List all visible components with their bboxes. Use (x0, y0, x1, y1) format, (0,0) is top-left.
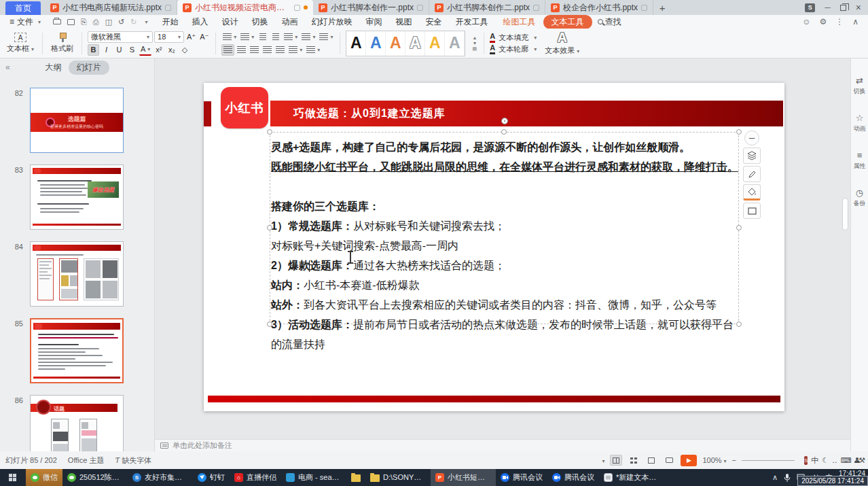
save-icon[interactable] (67, 19, 75, 25)
superscript-button[interactable]: x² (153, 44, 164, 56)
align-left-button[interactable] (221, 44, 234, 56)
find-button[interactable]: 查找 (598, 16, 621, 28)
notes-toggle-button[interactable]: ▾ (600, 456, 604, 464)
ime-language-toggle[interactable]: 中 (811, 455, 818, 466)
new-tab-button[interactable]: + (653, 0, 671, 15)
resize-handle-se[interactable] (736, 322, 742, 327)
ribbon-tab-设计[interactable]: 设计 (216, 15, 245, 29)
ribbon-tab-动画[interactable]: 动画 (276, 15, 304, 29)
bold-button[interactable]: B (88, 44, 99, 56)
taskbar-item-小红书短视频运...[interactable]: P小红书短视频运... (431, 469, 496, 486)
resize-handle-nw[interactable] (267, 129, 272, 135)
taskbar-item-钉钉[interactable]: 钉钉 (193, 469, 230, 486)
open-icon[interactable] (53, 19, 61, 24)
tab-outline[interactable]: 大纲 (46, 62, 62, 73)
start-button[interactable] (0, 469, 26, 486)
ime-account-icon[interactable] (854, 457, 855, 463)
taskbar-item-D:\SONY素材[interactable]: D:\SONY素材 (365, 469, 431, 486)
tab-pin-icon[interactable] (417, 5, 423, 11)
justify-button[interactable] (261, 44, 273, 56)
line-spacing-button[interactable]: ▾ (287, 44, 304, 56)
slide-thumbnail-82[interactable]: 82 选题篇 获得更多精准流量的核心密码 (0, 88, 154, 153)
ime-punct-icon[interactable]: ‥ (832, 456, 837, 465)
preview-icon[interactable]: ◫ (105, 18, 112, 26)
slide-body-text[interactable]: 灵感+选题库，构建了自己的专属后花园，是源源不断的创作源头，让创作如丝般顺滑。既… (271, 137, 746, 354)
font-name-select[interactable]: 微软雅黑▾ (88, 31, 153, 43)
increase-indent-button[interactable] (270, 31, 281, 43)
collapse-tools-button[interactable]: ─ (744, 131, 759, 145)
ribbon-tab-幻灯片放映[interactable]: 幻灯片放映 (306, 15, 359, 29)
undo-icon[interactable]: ↺ (118, 18, 124, 26)
slideshow-play-button[interactable]: ▶ (681, 455, 697, 466)
document-tab-2[interactable]: P小红书脚本创作一.pptx (313, 0, 429, 15)
tray-expand-icon[interactable]: ∧ (772, 474, 778, 481)
taskbar-item-直播伴侣[interactable]: 直播伴侣 (230, 469, 281, 486)
document-tab-4[interactable]: P校企合作小红书.pptx (545, 0, 653, 15)
home-tab[interactable]: 首页 (5, 1, 41, 15)
clear-format-button[interactable]: ◇ (179, 44, 190, 56)
export-icon[interactable]: ⎘ (81, 18, 87, 26)
taskbar-item-微信[interactable]: 微信 (26, 469, 62, 486)
resize-handle-n[interactable] (501, 129, 507, 135)
chevron-down-icon[interactable]: ▾ (145, 19, 148, 25)
wordart-scroll[interactable]: ▲▼▤ (471, 35, 478, 51)
wordart-style-4[interactable]: A (405, 31, 425, 56)
print-icon[interactable]: ⎙ (93, 18, 99, 26)
wordart-style-6[interactable]: A (445, 31, 465, 56)
subscript-button[interactable]: x₂ (166, 44, 177, 56)
ribbon-tab-切换[interactable]: 切换 (246, 15, 274, 29)
file-menu[interactable]: ≡ 文件 ▾ (5, 16, 45, 28)
text-direction-button[interactable]: ▾ (283, 31, 299, 43)
canvas-scrollbar[interactable] (842, 198, 848, 230)
columns-button[interactable]: ▾ (300, 31, 317, 43)
taskbar-item-友好市集商品报名[interactable]: S友好市集商品报名 (128, 469, 193, 486)
document-tab-0[interactable]: P小红书电商店铺新玩法.pptx (45, 0, 177, 15)
restore-button[interactable] (840, 5, 846, 11)
wordart-style-5[interactable]: A (425, 31, 445, 56)
minimize-button[interactable]: ─ (825, 3, 831, 12)
align-right-button[interactable] (249, 44, 260, 56)
taskbar-item-folder[interactable] (346, 469, 365, 486)
rotate-handle[interactable] (501, 118, 508, 124)
missing-font-warning[interactable]: Ƭ 缺失字体 (115, 455, 151, 466)
slide-85[interactable]: 巧做选题：从0到1建立选题库 小红书 灵感+选题库，构建了自己的专属后花园，是源… (204, 83, 784, 411)
zoom-level[interactable]: 100%▾ (702, 456, 726, 464)
context-tab-文本工具[interactable]: 文本工具 (543, 15, 592, 29)
slide-title-banner[interactable]: 巧做选题：从0到1建立选题库 (270, 101, 783, 126)
ribbon-tab-视图[interactable]: 视图 (390, 15, 418, 29)
close-button[interactable]: × (856, 3, 861, 12)
ime-logo-icon[interactable]: S (804, 456, 808, 465)
reading-view-button[interactable] (645, 455, 657, 466)
slide-thumbnail-84[interactable]: 84 (0, 241, 154, 307)
ime-settings-icon[interactable]: ⚒ (858, 456, 865, 465)
ime-keyboard-icon[interactable]: ⌨ (841, 456, 852, 465)
bullet-list-button[interactable]: ▾ (221, 31, 238, 43)
taskbar-item-腾讯会议[interactable]: 腾讯会议 (496, 469, 547, 486)
taskbar-item-电商 - search-...[interactable]: 电商 - search-... (281, 469, 346, 486)
right-panel-item-属性[interactable]: ≡属性 (851, 151, 868, 171)
distribute-button[interactable] (274, 44, 286, 56)
text-effect-button[interactable]: A 文本效果▾ (542, 31, 582, 56)
collapse-panel-button[interactable]: « (5, 63, 10, 72)
font-color-button[interactable]: A▾ (139, 44, 151, 56)
resize-handle-s[interactable] (501, 322, 507, 327)
right-panel-item-动画[interactable]: ☆动画 (851, 114, 868, 133)
taskbar-item-*新建文本文档 (...[interactable]: *新建文本文档 (... (599, 469, 664, 486)
resize-handle-w[interactable] (267, 225, 272, 230)
zoom-out-button[interactable]: − (732, 456, 736, 464)
strikethrough-button[interactable]: S (126, 44, 138, 56)
taskbar-item-250512陈氏茶业...[interactable]: 250512陈氏茶业... (62, 469, 128, 486)
presenter-view-button[interactable] (663, 455, 675, 466)
resize-handle-sw[interactable] (267, 322, 272, 327)
theme-name[interactable]: Office 主题 (68, 455, 105, 466)
document-tab-1[interactable]: P小红书短视频运营电商版.pptx (177, 0, 313, 15)
slide-thumbnail-86[interactable]: 86 话题 (0, 395, 154, 451)
tab-slides[interactable]: 幻灯片 (69, 60, 109, 75)
wordart-style-2[interactable]: A (366, 31, 386, 56)
right-panel-item-切换[interactable]: ⇄切换 (851, 76, 868, 96)
wordart-style-1[interactable]: A (346, 31, 366, 56)
notes-bar[interactable]: 单击此处添加备注 (155, 439, 850, 451)
taskbar-item-腾讯会议[interactable]: 腾讯会议 (547, 469, 599, 486)
decrease-font-button[interactable]: A⁻ (198, 31, 210, 43)
context-tab-绘图工具[interactable]: 绘图工具 (497, 15, 542, 29)
